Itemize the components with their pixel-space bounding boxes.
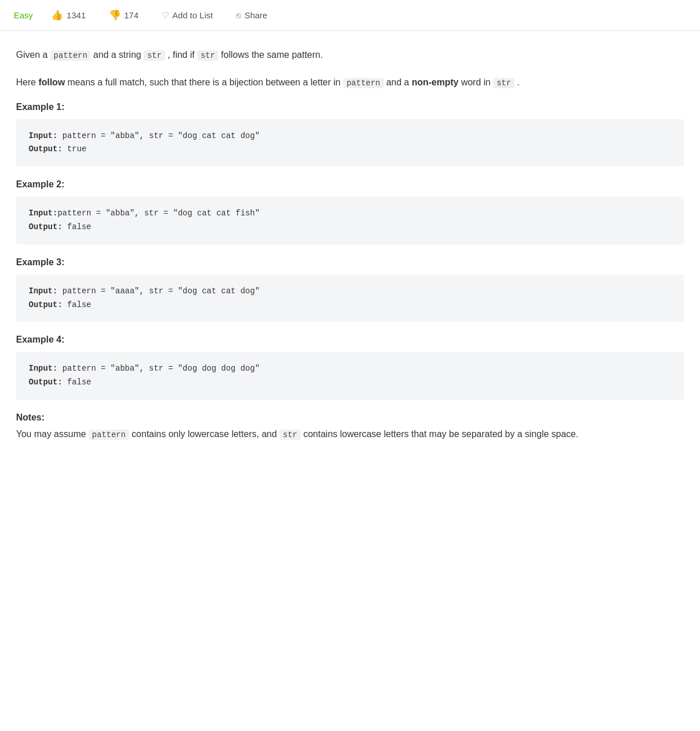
examples-container: Example 1:Input: pattern = "abba", str =… [16, 102, 684, 400]
example-2-code-block: Input:pattern = "abba", str = "dog cat c… [16, 196, 684, 245]
example-1-input: Input: pattern = "abba", str = "dog cat … [29, 129, 671, 143]
downvote-count: 174 [124, 10, 139, 20]
notes-pattern-code: pattern [89, 430, 129, 440]
pattern-code-1: pattern [50, 50, 91, 61]
example-3-heading: Example 3: [16, 257, 684, 268]
example-2-input: Input:pattern = "abba", str = "dog cat c… [29, 207, 671, 221]
str-code-1: str [144, 50, 165, 61]
heart-icon: ♡ [162, 10, 169, 21]
share-label: Share [245, 10, 268, 20]
example-3-code-block: Input: pattern = "aaaa", str = "dog cat … [16, 274, 684, 323]
desc-text-7: and a [384, 77, 412, 87]
main-content: Given a pattern and a string str , find … [0, 31, 700, 465]
top-bar: Easy 👍 1341 👎 174 ♡ Add to List ⎋ Share [0, 0, 700, 31]
downvote-button[interactable]: 👎 174 [104, 7, 143, 23]
example-1-heading: Example 1: [16, 102, 684, 112]
notes-text-1: You may assume [16, 429, 89, 439]
example-1-output: Output: true [29, 143, 671, 156]
example-3-output: Output: false [29, 298, 671, 312]
desc-text-2: and a string [91, 50, 144, 60]
example-3-input: Input: pattern = "aaaa", str = "dog cat … [29, 285, 671, 298]
add-to-list-label: Add to List [172, 10, 213, 20]
notes-text-3: contains lowercase letters that may be s… [301, 429, 579, 439]
description-paragraph-1: Given a pattern and a string str , find … [16, 47, 684, 63]
thumbs-down-icon: 👎 [109, 9, 121, 21]
non-empty-bold: non-empty [412, 77, 459, 87]
upvote-count: 1341 [66, 10, 85, 20]
example-4-input: Input: pattern = "abba", str = "dog dog … [29, 362, 671, 376]
difficulty-badge: Easy [14, 10, 33, 20]
str-code-2: str [197, 50, 218, 61]
desc-text-8: word in [458, 77, 493, 87]
notes-heading: Notes: [16, 412, 684, 423]
thumbs-up-icon: 👍 [51, 9, 63, 21]
example-4-heading: Example 4: [16, 335, 684, 345]
notes-text: You may assume pattern contains only low… [16, 426, 684, 442]
notes-section: Notes: You may assume pattern contains o… [16, 412, 684, 442]
pattern-code-2: pattern [343, 78, 384, 88]
notes-text-2: contains only lowercase letters, and [129, 429, 279, 439]
example-4-output: Output: false [29, 376, 671, 390]
example-2-heading: Example 2: [16, 179, 684, 190]
example-1-code-block: Input: pattern = "abba", str = "dog cat … [16, 119, 684, 167]
desc-text-1: Given a [16, 50, 50, 60]
desc-text-4: follows the same pattern. [218, 50, 323, 60]
follow-bold: follow [38, 77, 65, 87]
notes-str-code: str [280, 430, 301, 440]
desc-text-5: Here [16, 77, 38, 87]
upvote-button[interactable]: 👍 1341 [46, 7, 90, 23]
add-to-list-button[interactable]: ♡ Add to List [157, 8, 218, 23]
desc-text-3: , find if [165, 50, 197, 60]
desc-text-9: . [514, 77, 520, 87]
desc-text-6: means a full match, such that there is a… [65, 77, 343, 87]
share-icon: ⎋ [236, 10, 241, 20]
str-code-3: str [493, 78, 514, 88]
share-button[interactable]: ⎋ Share [231, 8, 272, 22]
description-paragraph-2: Here follow means a full match, such tha… [16, 74, 684, 91]
example-4-code-block: Input: pattern = "abba", str = "dog dog … [16, 352, 684, 400]
example-2-output: Output: false [29, 221, 671, 234]
